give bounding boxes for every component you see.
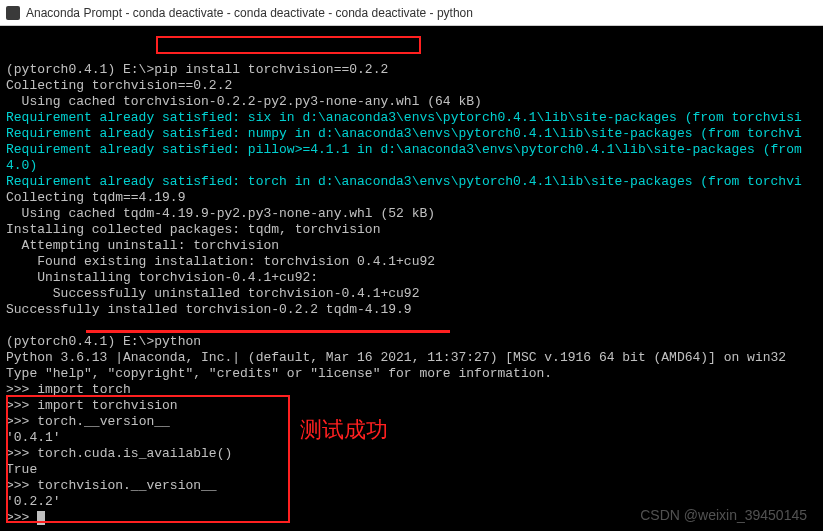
- cursor: [37, 511, 45, 525]
- repl-input: import torch: [37, 382, 131, 397]
- output-line: Uninstalling torchvision-0.4.1+cu92:: [6, 270, 318, 285]
- repl-output: '0.2.2': [6, 494, 61, 509]
- output-line: Collecting tqdm==4.19.9: [6, 190, 185, 205]
- output-line: Type "help", "copyright", "credits" or "…: [6, 366, 552, 381]
- output-line: Requirement already satisfied: six in d:…: [6, 110, 802, 125]
- window-title-bar[interactable]: Anaconda Prompt - conda deactivate - con…: [0, 0, 823, 26]
- repl-prompt: >>>: [6, 478, 37, 493]
- output-line: Installing collected packages: tqdm, tor…: [6, 222, 380, 237]
- window-title: Anaconda Prompt - conda deactivate - con…: [26, 6, 473, 20]
- repl-input: import torchvision: [37, 398, 177, 413]
- repl-prompt: >>>: [6, 446, 37, 461]
- repl-output: True: [6, 462, 37, 477]
- shell-prompt: (pytorch0.4.1) E:\>: [6, 334, 154, 349]
- output-line: 4.0): [6, 158, 37, 173]
- output-line: Using cached torchvision-0.2.2-py2.py3-n…: [6, 94, 482, 109]
- output-line: Requirement already satisfied: numpy in …: [6, 126, 802, 141]
- output-line: Successfully uninstalled torchvision-0.4…: [6, 286, 419, 301]
- repl-input: torchvision.__version__: [37, 478, 216, 493]
- repl-output: '0.4.1': [6, 430, 61, 445]
- output-line: [6, 46, 14, 61]
- repl-prompt: >>>: [6, 414, 37, 429]
- output-line: Successfully installed torchvision-0.2.2…: [6, 302, 412, 317]
- app-icon: [6, 6, 20, 20]
- output-line: Python 3.6.13 |Anaconda, Inc.| (default,…: [6, 350, 786, 365]
- repl-prompt: >>>: [6, 382, 37, 397]
- output-line: Using cached tqdm-4.19.9-py2.py3-none-an…: [6, 206, 435, 221]
- repl-input: torch.__version__: [37, 414, 170, 429]
- output-line: Requirement already satisfied: torch in …: [6, 174, 802, 189]
- shell-prompt: (pytorch0.4.1) E:\>: [6, 62, 154, 77]
- output-line: Requirement already satisfied: pillow>=4…: [6, 142, 802, 157]
- command-text: python: [154, 334, 201, 349]
- output-line: Collecting torchvision==0.2.2: [6, 78, 232, 93]
- repl-prompt: >>>: [6, 398, 37, 413]
- repl-input: torch.cuda.is_available(): [37, 446, 232, 461]
- output-line: Attempting uninstall: torchvision: [6, 238, 279, 253]
- terminal-output[interactable]: (pytorch0.4.1) E:\>pip install torchvisi…: [0, 26, 823, 531]
- repl-prompt: >>>: [6, 510, 37, 525]
- output-line: Found existing installation: torchvision…: [6, 254, 435, 269]
- output-line: [6, 318, 14, 333]
- command-text: pip install torchvision==0.2.2: [154, 62, 388, 77]
